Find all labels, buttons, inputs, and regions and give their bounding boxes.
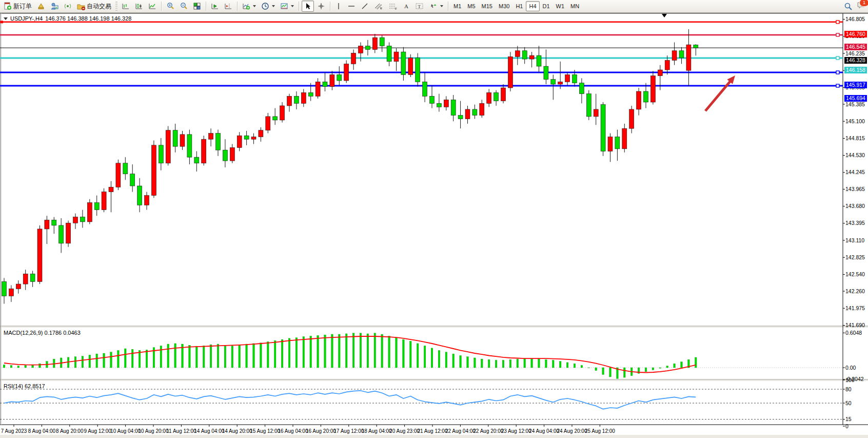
horizontal-line-tool-button[interactable] — [345, 1, 358, 12]
candle-body — [109, 187, 113, 192]
line-handle-left[interactable] — [1, 21, 3, 23]
macd-histogram-bar — [374, 333, 376, 368]
chart-shift-icon — [224, 2, 232, 10]
price-badge-146.545: 146.545 — [844, 44, 867, 50]
time-axis-label: 14 Aug 04:00 — [194, 428, 224, 434]
line-handle[interactable] — [836, 56, 839, 60]
arrows-shapes-icon — [429, 2, 438, 10]
candle-body — [173, 130, 177, 146]
macd-histogram-bar — [553, 360, 555, 368]
macd-histogram-bar — [438, 350, 440, 368]
line-handle[interactable] — [836, 84, 839, 87]
price-tick-label: 144.815 — [845, 135, 865, 141]
price-badge-146.158: 146.158 — [844, 67, 867, 73]
cursor-tool-button[interactable] — [302, 1, 314, 12]
candle-body — [52, 220, 56, 225]
market-watch-button[interactable] — [35, 1, 47, 12]
price-tick-label: 144.245 — [845, 169, 865, 175]
arrows-tool-button[interactable] — [427, 1, 445, 12]
candle-body — [501, 88, 506, 101]
auto-scroll-button[interactable] — [209, 1, 221, 12]
candle-body — [187, 135, 192, 157]
time-axis-label: 22 Aug 20:00 — [473, 428, 503, 434]
trendline-tool-button[interactable] — [359, 1, 371, 12]
macd-histogram-bar — [103, 353, 105, 368]
macd-histogram-bar — [253, 344, 255, 368]
line-handle[interactable] — [836, 71, 839, 74]
candle-body — [202, 139, 206, 163]
equidistant-channel-tool-button[interactable]: E — [372, 1, 385, 12]
time-axis-label: 8 Aug 04:00 — [28, 428, 56, 434]
macd-histogram-bar — [17, 366, 19, 368]
signals-button[interactable] — [62, 1, 74, 12]
time-axis-label: 16 Aug 04:00 — [278, 428, 308, 434]
chart-shift-button[interactable] — [222, 1, 234, 12]
macd-histogram-bar — [117, 350, 120, 368]
macd-histogram-bar — [345, 334, 347, 368]
time-axis-label: 14 Aug 20:00 — [222, 428, 252, 434]
timeframe-w1[interactable]: W1 — [553, 1, 568, 11]
candle-body — [658, 70, 662, 76]
chart-canvas: 146.805146.520146.235145.950145.665145.3… — [0, 13, 868, 438]
macd-histogram-bar — [381, 334, 383, 368]
candle-body — [365, 46, 370, 49]
line-handle[interactable] — [836, 33, 839, 36]
autotrading-button[interactable]: 自动交易 — [75, 1, 113, 12]
timeframe-m15[interactable]: M15 — [479, 1, 496, 11]
timeframe-m5[interactable]: M5 — [464, 1, 478, 11]
data-window-button[interactable] — [48, 1, 61, 12]
line-chart-button[interactable] — [146, 1, 159, 12]
timeframe-m30[interactable]: M30 — [496, 1, 512, 11]
new-order-icon — [4, 2, 12, 10]
macd-histogram-bar — [295, 338, 298, 368]
candle-body — [544, 66, 548, 80]
templates-button[interactable] — [278, 1, 296, 12]
candle-body — [637, 91, 641, 109]
macd-histogram-bar — [474, 358, 476, 368]
macd-histogram-bar — [160, 346, 162, 368]
candle-chart-button[interactable] — [133, 1, 145, 12]
macd-histogram-bar — [53, 359, 55, 368]
macd-histogram-bar — [167, 344, 169, 368]
periods-button[interactable] — [259, 1, 277, 12]
zoom-in-icon — [166, 2, 174, 10]
macd-histogram-bar — [3, 365, 5, 368]
macd-histogram-bar — [538, 359, 540, 368]
new-order-button[interactable]: 新订单 — [2, 1, 34, 12]
macd-histogram-bar — [189, 345, 191, 368]
crosshair-tool-button[interactable] — [315, 1, 327, 12]
periods-clock-icon — [261, 2, 269, 10]
timeframe-mn[interactable]: MN — [567, 1, 582, 11]
candle-body — [280, 106, 285, 120]
text-label-tool-button[interactable]: T — [413, 1, 426, 12]
macd-histogram-bar — [260, 343, 262, 368]
timeframe-h4[interactable]: H4 — [526, 1, 539, 11]
timeframe-h1[interactable]: H1 — [512, 1, 526, 11]
macd-histogram-bar — [460, 355, 462, 368]
candle-body — [487, 92, 491, 103]
macd-histogram-bar — [502, 360, 504, 368]
indicators-icon — [242, 2, 250, 10]
tile-windows-button[interactable] — [191, 1, 203, 12]
bar-chart-button[interactable] — [120, 1, 132, 12]
timeframe-d1[interactable]: D1 — [540, 1, 553, 11]
candle-body — [480, 103, 484, 115]
macd-histogram-bar — [267, 342, 269, 368]
fibonacci-tool-button[interactable]: F — [386, 1, 400, 12]
candle-body — [551, 80, 556, 84]
macd-histogram-bar — [339, 334, 341, 368]
candle-body — [80, 217, 85, 222]
search-icon[interactable] — [844, 2, 853, 11]
text-tool-button[interactable]: A — [401, 1, 412, 12]
line-handle[interactable] — [836, 21, 839, 24]
timeframe-m1[interactable]: M1 — [450, 1, 464, 11]
zoom-in-button[interactable] — [164, 1, 176, 12]
macd-tick-label: 0.6048 — [845, 330, 862, 336]
zoom-out-button[interactable] — [177, 1, 190, 12]
candle-body — [223, 150, 227, 161]
indicators-button[interactable] — [240, 1, 258, 12]
main-toolbar: 新订单 自动交易 — [0, 0, 868, 13]
vertical-line-tool-button[interactable] — [333, 1, 344, 12]
rsi-tick-label: 100 — [845, 377, 855, 383]
notifications-button[interactable]: 1 — [857, 1, 866, 11]
